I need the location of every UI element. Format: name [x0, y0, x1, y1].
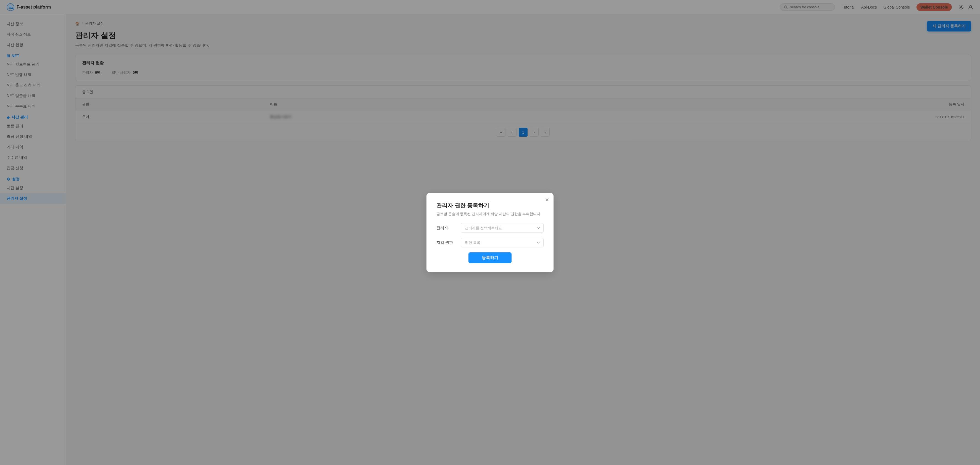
admin-register-modal: ✕ 관리자 권한 등록하기 글로벌 콘솔에 등록된 관리자에게 해당 지갑의 권…: [426, 193, 554, 272]
modal-submit-row: 등록하기: [436, 252, 544, 263]
modal-title: 관리자 권한 등록하기: [436, 202, 544, 209]
modal-close-button[interactable]: ✕: [545, 197, 549, 202]
wallet-auth-select[interactable]: 권한 목록: [461, 238, 544, 248]
admin-select[interactable]: 관리자를 선택해주세요.: [461, 223, 544, 233]
modal-overlay[interactable]: ✕ 관리자 권한 등록하기 글로벌 콘솔에 등록된 관리자에게 해당 지갑의 권…: [0, 0, 980, 465]
wallet-auth-field: 지갑 권한 권한 목록: [436, 238, 544, 248]
admin-field-label: 관리자: [436, 225, 456, 230]
wallet-auth-label: 지갑 권한: [436, 240, 456, 245]
admin-field: 관리자 관리자를 선택해주세요.: [436, 223, 544, 233]
modal-description: 글로벌 콘솔에 등록된 관리자에게 해당 지갑의 권한을 부여합니다.: [436, 211, 544, 216]
modal-submit-button[interactable]: 등록하기: [468, 252, 512, 263]
